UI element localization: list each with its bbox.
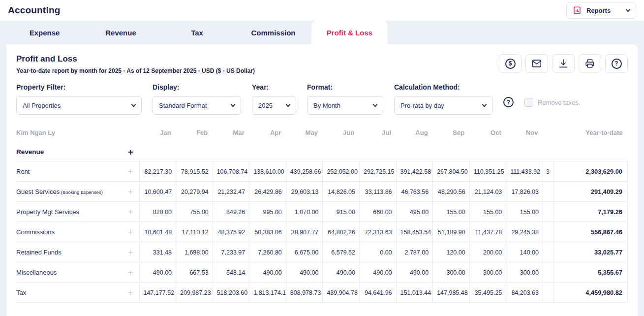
month-column-header: Mar xyxy=(213,123,249,142)
email-button[interactable] xyxy=(525,54,548,73)
month-value-cell: 48,290.56 xyxy=(433,182,470,202)
year-filter-label: Year: xyxy=(252,83,296,91)
chevron-down-icon xyxy=(286,102,291,107)
page-title: Profit and Loss xyxy=(16,54,255,64)
month-value-cell: 147,985.48 xyxy=(433,283,470,303)
expand-row-icon[interactable]: + xyxy=(128,250,133,255)
year-filter-value: 2025 xyxy=(258,102,273,109)
remove-taxes-label: Remove taxes. xyxy=(538,99,581,106)
add-section-icon[interactable]: + xyxy=(128,149,133,156)
download-icon xyxy=(558,58,569,69)
row-label: Rent xyxy=(16,168,30,175)
download-button[interactable] xyxy=(552,54,575,73)
help-button[interactable]: ? xyxy=(605,54,628,73)
table-row: Retained Funds+331.481,698.007,233.977,2… xyxy=(16,242,628,262)
year-to-date-cell: 7,179.26 xyxy=(554,202,628,222)
dec-value-cell-clipped xyxy=(543,202,554,222)
year-to-date-cell: 33,025.77 xyxy=(554,242,628,262)
tab-tax[interactable]: Tax xyxy=(159,21,235,44)
expand-row-icon[interactable]: + xyxy=(128,189,133,195)
ytd-column-header: Year-to-date xyxy=(554,123,628,142)
month-value-cell: 72,313.63 xyxy=(359,222,396,242)
expand-row-icon[interactable]: + xyxy=(128,209,133,215)
profit-loss-card: Profit and Loss Year-to-date report by m… xyxy=(6,44,638,316)
calculation-method-filter: Calculation Method: Pro-rata by day xyxy=(394,83,492,115)
print-button[interactable] xyxy=(579,54,601,73)
month-value-cell: 439,258.66 xyxy=(286,161,323,182)
display-filter-value: Standard Format xyxy=(159,102,207,109)
reports-button-label: Reports xyxy=(586,7,621,14)
help-icon: ? xyxy=(612,59,622,69)
tab-commission[interactable]: Commission xyxy=(235,21,311,44)
month-value-cell: 50,383.06 xyxy=(249,222,286,242)
month-value-cell: 10,601.48 xyxy=(139,222,176,242)
month-value-cell: 38,907.77 xyxy=(286,222,323,242)
month-value-cell: 78,915.52 xyxy=(176,161,213,182)
month-value-cell: 1,698.00 xyxy=(176,242,213,262)
format-filter-label: Format: xyxy=(307,83,383,91)
month-value-cell: 35,495.25 xyxy=(469,283,506,303)
property-filter-select[interactable]: All Properties xyxy=(16,96,142,115)
currency-button[interactable]: $ xyxy=(499,54,521,73)
month-value-cell: 755.00 xyxy=(176,202,213,222)
help-icon[interactable]: ? xyxy=(503,97,514,107)
dec-column-header xyxy=(543,123,554,142)
month-value-cell: 147,177.52 xyxy=(139,283,176,303)
month-value-cell: 111,433.92 xyxy=(506,161,543,182)
month-value-cell: 1,813,174.13 xyxy=(249,283,286,303)
month-value-cell: 820.00 xyxy=(139,202,176,222)
calculation-method-select[interactable]: Pro-rata by day xyxy=(394,96,492,115)
property-filter-value: All Properties xyxy=(23,102,61,109)
mail-icon xyxy=(531,58,542,69)
calculation-method-label: Calculation Method: xyxy=(394,83,492,91)
row-label: Tax xyxy=(16,289,26,296)
year-filter-select[interactable]: 2025 xyxy=(252,96,296,115)
expand-row-icon[interactable]: + xyxy=(128,169,133,175)
month-value-cell: 667.53 xyxy=(176,262,213,283)
chevron-down-icon xyxy=(131,102,136,107)
expand-row-icon[interactable]: + xyxy=(128,270,133,276)
tab-expense[interactable]: Expense xyxy=(6,21,83,44)
tab-profit-loss[interactable]: Profit & Loss xyxy=(311,21,388,44)
dollar-icon: $ xyxy=(505,59,516,69)
month-value-cell: 84,203.63 xyxy=(506,283,543,303)
expand-row-icon[interactable]: + xyxy=(128,290,133,296)
month-value-cell: 26,429.86 xyxy=(249,182,286,202)
display-filter-select[interactable]: Standard Format xyxy=(153,96,241,115)
year-to-date-cell: 4,459,980.82 xyxy=(554,283,628,303)
month-value-cell: 331.48 xyxy=(139,242,176,262)
month-value-cell: 138,610.00 xyxy=(249,161,286,182)
month-value-cell: 495.00 xyxy=(396,202,433,222)
display-filter-label: Display: xyxy=(153,83,241,91)
month-value-cell: 155.00 xyxy=(469,202,506,222)
filter-bar: Property Filter: All Properties Display:… xyxy=(16,83,628,115)
tab-revenue[interactable]: Revenue xyxy=(83,21,159,44)
month-value-cell: 252,052.00 xyxy=(323,161,360,182)
expand-row-icon[interactable]: + xyxy=(128,229,133,235)
chevron-down-icon xyxy=(373,102,378,107)
month-value-cell: 660.00 xyxy=(359,202,396,222)
month-column-header: Jul xyxy=(359,123,396,142)
month-column-header: Jun xyxy=(323,123,360,142)
month-value-cell: 33,113.86 xyxy=(359,182,396,202)
remove-taxes-checkbox[interactable] xyxy=(524,98,533,107)
month-column-header: Oct xyxy=(469,123,506,142)
month-value-cell: 10,600.47 xyxy=(139,182,176,202)
table-header-row: Kim Ngan Ly JanFebMarAprMayJunJulAugSepO… xyxy=(16,123,628,142)
report-subtitle: Year-to-date report by month for 2025 - … xyxy=(16,67,255,74)
format-filter-select[interactable]: By Month xyxy=(307,96,383,115)
month-value-cell: 106,708.74 xyxy=(213,161,249,182)
month-column-header: Apr xyxy=(249,123,286,142)
calculation-method-value: Pro-rata by day xyxy=(400,102,444,109)
month-value-cell: 2,787.00 xyxy=(396,242,433,262)
month-value-cell: 300.00 xyxy=(506,262,543,283)
top-bar: Accounting Reports xyxy=(0,0,644,21)
format-filter-value: By Month xyxy=(313,102,340,109)
month-value-cell: 995.00 xyxy=(249,202,286,222)
chevron-down-icon xyxy=(482,102,487,107)
month-value-cell: 490.00 xyxy=(139,262,176,283)
month-value-cell: 82,217.30 xyxy=(139,161,176,182)
table-body: Revenue + Rent+82,217.3078,915.52106,708… xyxy=(16,142,628,303)
property-filter-label: Property Filter: xyxy=(16,83,142,91)
reports-button[interactable]: Reports xyxy=(566,2,636,19)
